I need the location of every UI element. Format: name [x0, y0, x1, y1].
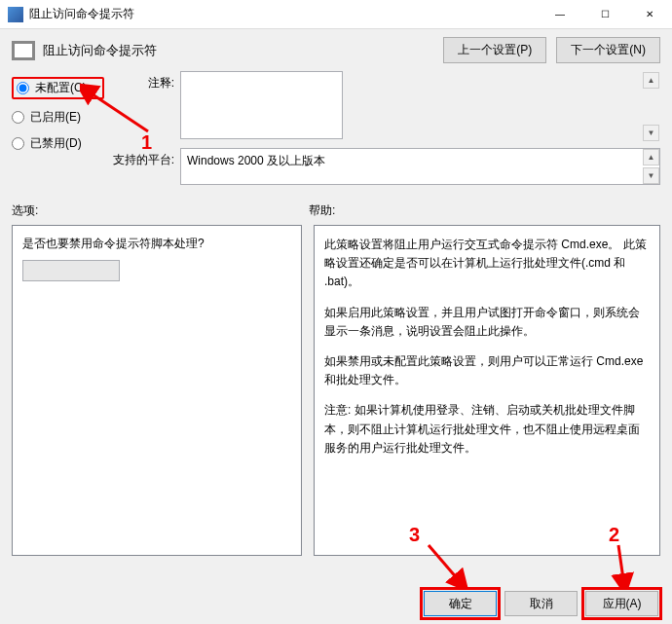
- options-section-label: 选项:: [12, 202, 309, 219]
- minimize-button[interactable]: —: [538, 0, 582, 29]
- maximize-button[interactable]: ☐: [582, 0, 627, 29]
- policy-icon: [12, 41, 35, 60]
- ok-button[interactable]: 确定: [424, 591, 497, 616]
- radio-not-configured[interactable]: 未配置(C): [12, 77, 104, 99]
- scroll-up-icon[interactable]: ▲: [643, 72, 659, 89]
- options-question: 是否也要禁用命令提示符脚本处理?: [22, 236, 291, 252]
- help-section-label: 帮助:: [309, 202, 660, 219]
- options-pane: 是否也要禁用命令提示符脚本处理?: [12, 225, 302, 556]
- radio-not-configured-label: 未配置(C): [35, 80, 87, 96]
- help-text: 如果禁用或未配置此策略设置，则用户可以正常运行 Cmd.exe 和批处理文件。: [324, 352, 650, 389]
- prev-setting-button[interactable]: 上一个设置(P): [443, 37, 546, 63]
- policy-title: 阻止访问命令提示符: [43, 42, 435, 59]
- scroll-down-icon[interactable]: ▼: [643, 167, 659, 184]
- dialog-footer: 确定 取消 应用(A): [424, 591, 658, 616]
- scroll-down-icon[interactable]: ▼: [643, 125, 659, 141]
- help-pane: 此策略设置将阻止用户运行交互式命令提示符 Cmd.exe。 此策略设置还确定是否…: [314, 225, 660, 556]
- next-setting-button[interactable]: 下一个设置(N): [556, 37, 660, 63]
- config-area: 未配置(C) 已启用(E) 已禁用(D) 注释: ▲ ▼ 支持的平台: Wind: [0, 71, 672, 199]
- platform-textbox: Windows 2000 及以上版本: [180, 148, 660, 185]
- help-text: 此策略设置将阻止用户运行交互式命令提示符 Cmd.exe。 此策略设置还确定是否…: [324, 236, 650, 292]
- options-dropdown[interactable]: [22, 260, 120, 281]
- radio-disabled[interactable]: 已禁用(D): [12, 135, 104, 152]
- apply-button[interactable]: 应用(A): [585, 591, 658, 616]
- help-text: 注意: 如果计算机使用登录、注销、启动或关机批处理文件脚本，则不阻止计算机运行批…: [324, 401, 650, 458]
- platform-label: 支持的平台:: [112, 148, 180, 168]
- header: 阻止访问命令提示符 上一个设置(P) 下一个设置(N): [0, 29, 672, 71]
- radio-not-configured-input[interactable]: [17, 82, 29, 94]
- window-controls: — ☐ ✕: [538, 0, 672, 29]
- cancel-button[interactable]: 取消: [504, 591, 578, 616]
- help-text: 如果启用此策略设置，并且用户试图打开命令窗口，则系统会显示一条消息，说明设置会阻…: [324, 304, 650, 341]
- comment-textarea[interactable]: [180, 71, 343, 139]
- app-icon: [8, 7, 23, 22]
- titlebar: 阻止访问命令提示符 — ☐ ✕: [0, 0, 672, 29]
- radio-disabled-input[interactable]: [12, 137, 24, 150]
- radio-enabled-input[interactable]: [12, 111, 24, 124]
- radio-enabled[interactable]: 已启用(E): [12, 109, 104, 126]
- close-button[interactable]: ✕: [627, 0, 672, 29]
- state-radio-group: 未配置(C) 已启用(E) 已禁用(D): [12, 71, 104, 191]
- scroll-up-icon[interactable]: ▲: [643, 149, 659, 165]
- comment-label: 注释:: [112, 71, 180, 92]
- radio-enabled-label: 已启用(E): [30, 109, 81, 126]
- window-title: 阻止访问命令提示符: [29, 6, 538, 22]
- radio-disabled-label: 已禁用(D): [30, 135, 82, 152]
